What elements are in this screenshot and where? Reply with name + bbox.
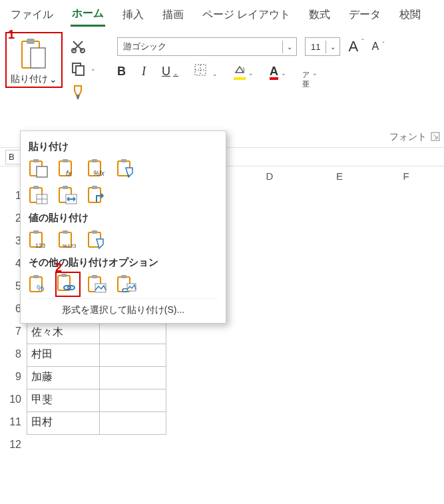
- decrease-font-button[interactable]: Aˇ: [372, 41, 385, 53]
- row-header[interactable]: 11: [0, 412, 27, 435]
- cell[interactable]: [100, 412, 166, 435]
- chevron-down-icon: ⌄: [49, 74, 57, 85]
- col-header[interactable]: D: [233, 166, 306, 186]
- paste-values-numfmt-icon[interactable]: %123: [58, 230, 78, 250]
- paste-icon: [20, 37, 48, 72]
- paste-linked-picture-icon[interactable]: [116, 274, 136, 294]
- svg-rect-52: [121, 275, 126, 278]
- paste-picture-icon[interactable]: [87, 274, 107, 294]
- svg-rect-23: [33, 186, 39, 189]
- tab-formulas[interactable]: 数式: [308, 5, 332, 26]
- svg-rect-49: [92, 275, 97, 278]
- ribbon-tabs: ファイル ホーム 挿入 描画 ページ レイアウト 数式 データ 校閲: [0, 0, 444, 27]
- svg-rect-28: [63, 186, 68, 189]
- paste-formulas-icon[interactable]: fx: [58, 158, 78, 178]
- font-dialog-launcher[interactable]: [431, 132, 440, 143]
- svg-rect-12: [33, 159, 39, 162]
- paste-options-menu: 貼り付け fx %fx 値の貼り付け 123 %123: [20, 130, 226, 324]
- svg-text:fx: fx: [66, 169, 72, 177]
- row-header[interactable]: 8: [0, 344, 27, 367]
- fill-color-button[interactable]: ⌄: [234, 65, 254, 79]
- row-header[interactable]: 12: [0, 435, 27, 457]
- tab-file[interactable]: ファイル: [9, 5, 55, 26]
- clipboard-side-tools: ⌄: [63, 31, 101, 103]
- paste-values-section-title: 値の貼り付け: [29, 212, 218, 224]
- italic-button[interactable]: I: [142, 65, 146, 79]
- svg-rect-42: [33, 275, 39, 278]
- font-color-button[interactable]: A⌄: [270, 65, 286, 79]
- col-header[interactable]: F: [373, 166, 439, 186]
- paste-formatting-icon[interactable]: %: [29, 274, 49, 294]
- font-size-select[interactable]: 11 ⌄: [305, 37, 340, 56]
- paste-no-border-icon[interactable]: [29, 185, 49, 205]
- paste-values-srcfmt-icon[interactable]: [87, 230, 107, 250]
- svg-text:%123: %123: [63, 243, 77, 249]
- cell[interactable]: 田村: [27, 412, 100, 435]
- paste-transpose-icon[interactable]: [87, 185, 107, 205]
- svg-rect-6: [76, 66, 84, 75]
- svg-rect-18: [92, 159, 97, 162]
- tab-home[interactable]: ホーム: [71, 4, 105, 27]
- chevron-down-icon: ⌄: [282, 41, 296, 53]
- font-group: 游ゴシック ⌄ 11 ⌄ Aˆ Aˇ B I U⌄ ⌄ ⌄: [117, 37, 385, 79]
- tab-review[interactable]: 校閲: [398, 5, 422, 26]
- phonetic-button[interactable]: ア亜⌄: [302, 67, 318, 77]
- cell[interactable]: 加藤: [27, 367, 100, 389]
- paste-values-icon[interactable]: 123: [29, 230, 49, 250]
- paste-keep-col-width-icon[interactable]: [58, 185, 78, 205]
- svg-rect-45: [61, 274, 67, 277]
- cell[interactable]: [100, 367, 166, 389]
- svg-rect-2: [31, 48, 45, 68]
- font-name-select[interactable]: 游ゴシック ⌄: [117, 37, 297, 56]
- paste-all-icon[interactable]: [29, 158, 49, 178]
- svg-rect-34: [33, 230, 39, 234]
- cell[interactable]: [100, 322, 166, 344]
- chevron-down-icon: ⌄: [91, 65, 96, 72]
- paste-keep-src-fmt-icon[interactable]: [116, 158, 136, 178]
- cut-button[interactable]: [71, 39, 96, 53]
- svg-rect-21: [121, 159, 126, 162]
- row-header[interactable]: 10: [0, 389, 27, 412]
- cell[interactable]: 佐々木: [27, 322, 100, 344]
- format-painter-button[interactable]: [71, 84, 96, 100]
- chevron-down-icon: ⌄: [326, 41, 339, 53]
- row-header[interactable]: 7: [0, 322, 27, 344]
- svg-rect-32: [92, 186, 97, 189]
- tab-insert[interactable]: 挿入: [121, 5, 145, 26]
- tab-page-layout[interactable]: ページ レイアウト: [201, 5, 292, 26]
- svg-rect-1: [27, 39, 35, 44]
- paste-section-title: 貼り付け: [29, 140, 218, 153]
- tab-draw[interactable]: 描画: [161, 5, 185, 26]
- borders-button[interactable]: ⌄: [194, 64, 218, 79]
- cell[interactable]: [100, 344, 166, 367]
- paste-formulas-numfmt-icon[interactable]: %fx: [87, 158, 107, 178]
- paste-label: 貼り付け ⌄: [11, 73, 57, 85]
- ribbon-home: 貼り付け ⌄ ⌄ 游ゴシック ⌄ 11 ⌄ Aˆ Aˇ: [0, 27, 444, 148]
- svg-text:%fx: %fx: [93, 170, 105, 177]
- bold-button[interactable]: B: [117, 65, 126, 79]
- svg-rect-15: [63, 159, 68, 162]
- cell[interactable]: [100, 389, 166, 412]
- paste-link-icon[interactable]: [55, 272, 81, 297]
- row-header[interactable]: 9: [0, 367, 27, 389]
- svg-text:123: 123: [35, 242, 45, 249]
- copy-button[interactable]: ⌄: [71, 61, 96, 76]
- underline-button[interactable]: U⌄: [162, 65, 178, 79]
- svg-text:%: %: [37, 283, 45, 293]
- svg-rect-40: [92, 230, 97, 234]
- increase-font-button[interactable]: Aˆ: [348, 38, 363, 55]
- tab-data[interactable]: データ: [347, 5, 382, 26]
- annotation-1: 1: [8, 28, 15, 42]
- cell[interactable]: 村田: [27, 344, 100, 367]
- annotation-2: 2: [55, 261, 62, 275]
- paste-special-item[interactable]: 形式を選択して貼り付け(S)...: [29, 298, 218, 318]
- font-group-label: フォント: [389, 131, 427, 143]
- svg-rect-13: [37, 166, 47, 177]
- col-header[interactable]: E: [306, 166, 373, 186]
- cell[interactable]: 甲斐: [27, 389, 100, 412]
- svg-rect-37: [63, 230, 68, 234]
